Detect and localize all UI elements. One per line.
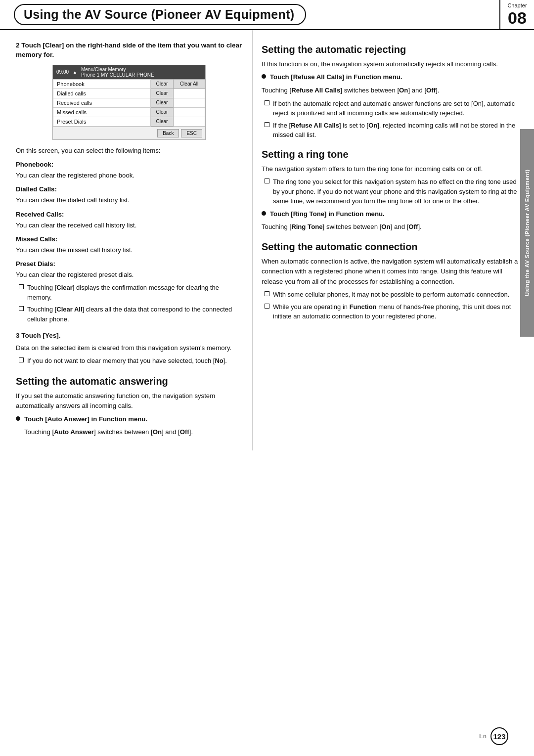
ss-clear-btn[interactable]: Clear	[151, 89, 174, 98]
left-column: 2 Touch [Clear] on the right-hand side o…	[0, 30, 252, 450]
step2-heading: 2 Touch [Clear] on the right-hand side o…	[16, 41, 242, 60]
ss-topbar: 09:00 ▲ Menu/Clear Memory Phone 1 MY CEL…	[53, 65, 205, 79]
chapter-label: Chapter	[507, 2, 527, 8]
ss-row-dialled: Dialled calls Clear	[53, 89, 205, 98]
ss-cell-label: Missed calls	[53, 107, 151, 117]
auto-answer-fn-text: Touching [Auto Answer] switches between …	[16, 427, 242, 437]
ss-cell-label: Phonebook	[53, 79, 151, 89]
ss-time: 09:00	[56, 69, 69, 75]
bullet-text-clear: Touching [Clear] displays the confirmati…	[27, 283, 242, 302]
side-tab: Using the AV Source (Pioneer AV Equipmen…	[520, 129, 534, 337]
page-title-area: Using the AV Source (Pioneer AV Equipmen…	[0, 0, 500, 29]
step3-heading: 3 Touch [Yes].	[16, 331, 242, 341]
auto-reject-intro: If this function is on, the navigation s…	[262, 59, 524, 69]
auto-conn-bullet-text-1: With some cellular phones, it may not be…	[273, 290, 524, 300]
page-title: Using the AV Source (Pioneer AV Equipmen…	[14, 4, 306, 25]
auto-answer-fn-heading: Touch [Auto Answer] in Function menu.	[24, 414, 147, 424]
ss-clear-btn[interactable]: Clear	[151, 107, 174, 117]
bullet-square-icon	[19, 357, 24, 362]
step3-text: Data on the selected item is cleared fro…	[16, 343, 242, 353]
bullet-square-icon	[19, 284, 24, 289]
phonebook-text: You can clear the registered phone book.	[16, 171, 242, 180]
circle-dot-icon	[262, 211, 266, 216]
ss-row-phonebook: Phonebook Clear Clear All	[53, 79, 205, 89]
bullet-square-icon	[265, 100, 269, 105]
auto-answering-intro: If you set the automatic answering funct…	[16, 391, 242, 411]
ss-empty-cell	[174, 89, 205, 98]
received-text: You can clear the received call history …	[16, 221, 242, 230]
auto-conn-bullet-2: While you are operating in Function menu…	[262, 302, 524, 321]
circle-dot-icon	[16, 416, 20, 421]
auto-connection-intro: When automatic connection is active, the…	[262, 257, 524, 287]
screenshot-box: 09:00 ▲ Menu/Clear Memory Phone 1 MY CEL…	[52, 65, 206, 140]
auto-answer-circle-bullet: Touch [Auto Answer] in Function menu.	[16, 414, 242, 424]
ring-tone-circle-bullet: Touch [Ring Tone] in Function menu.	[262, 209, 524, 219]
refuse-circle-bullet: Touch [Refuse All Calls] in Function men…	[262, 72, 524, 82]
page-number: 123	[490, 727, 508, 745]
ss-clear-btn[interactable]: Clear	[151, 79, 174, 89]
ss-table: Phonebook Clear Clear All Dialled calls …	[53, 79, 205, 127]
ss-empty-cell	[174, 98, 205, 107]
ring-tone-intro: The navigation system offers to turn the…	[262, 164, 524, 174]
main-content: 2 Touch [Clear] on the right-hand side o…	[0, 30, 534, 450]
ss-clear-btn[interactable]: Clear	[151, 117, 174, 126]
ss-clear-all-btn[interactable]: Clear All	[174, 79, 205, 89]
chapter-number: 08	[508, 9, 527, 26]
bullet-item-clear: Touching [Clear] displays the confirmati…	[16, 283, 242, 302]
ring-tone-heading: Setting a ring tone	[262, 149, 524, 160]
ring-tone-fn-text: Touching [Ring Tone] switches between [O…	[262, 222, 524, 232]
auto-conn-bullet-1: With some cellular phones, it may not be…	[262, 290, 524, 300]
dialled-heading: Dialled Calls:	[16, 184, 242, 194]
preset-heading: Preset Dials:	[16, 259, 242, 269]
ss-empty-cell	[174, 117, 205, 126]
ss-cell-label: Preset Dials	[53, 117, 151, 126]
auto-connection-heading: Setting the automatic connection	[262, 241, 524, 253]
bullet-square-icon	[265, 122, 269, 127]
chapter-box: Chapter 08	[500, 0, 534, 29]
right-column: Setting the automatic rejecting If this …	[252, 30, 534, 450]
bullet-square-icon	[265, 178, 269, 183]
bullet-square-icon	[19, 306, 24, 311]
refuse-fn-heading: Touch [Refuse All Calls] in Function men…	[270, 72, 402, 82]
bullet-item-clear-all: Touching [Clear All] clears all the data…	[16, 305, 242, 324]
refuse-bullet-text-2: If the [Refuse All Calls] is set to [On]…	[273, 121, 524, 140]
ring-tone-bullet-1: The ring tone you select for this naviga…	[262, 177, 524, 206]
preset-text: You can clear the registered preset dial…	[16, 270, 242, 280]
ss-title: Menu/Clear Memory Phone 1 MY CELLULAR PH…	[81, 67, 154, 78]
missed-heading: Missed Calls:	[16, 234, 242, 244]
bullet-square-icon	[265, 304, 269, 309]
ss-row-preset: Preset Dials Clear	[53, 117, 205, 126]
auto-reject-heading: Setting the automatic rejecting	[262, 44, 524, 55]
ss-row-received: Received calls Clear	[53, 98, 205, 107]
ring-tone-fn-heading: Touch [Ring Tone] in Function menu.	[270, 209, 385, 219]
ss-cell-label: Received calls	[53, 98, 151, 107]
missed-text: You can clear the missed call history li…	[16, 245, 242, 255]
circle-dot-icon	[262, 74, 266, 79]
auto-conn-bullet-text-2: While you are operating in Function menu…	[273, 302, 524, 321]
intro-text: On this screen, you can select the follo…	[16, 146, 242, 156]
refuse-bullet-1: If both the automatic reject and automat…	[262, 99, 524, 118]
bullet-text-clear-all: Touching [Clear All] clears all the data…	[27, 305, 242, 324]
auto-answering-heading: Setting the automatic answering	[16, 376, 242, 387]
ss-cell-label: Dialled calls	[53, 89, 151, 98]
bullet-text-no: If you do not want to clear memory that …	[27, 356, 242, 366]
ss-footer: Back ESC	[53, 127, 205, 139]
refuse-fn-text: Touching [Refuse All Calls] switches bet…	[262, 86, 524, 95]
page-header: Using the AV Source (Pioneer AV Equipmen…	[0, 0, 534, 30]
refuse-bullet-text-1: If both the automatic reject and automat…	[273, 99, 524, 118]
dialled-text: You can clear the dialed call history li…	[16, 195, 242, 205]
ss-back-btn[interactable]: Back	[157, 129, 179, 137]
refuse-bullet-2: If the [Refuse All Calls] is set to [On]…	[262, 121, 524, 140]
ss-esc-btn[interactable]: ESC	[181, 129, 202, 137]
phonebook-heading: Phonebook:	[16, 160, 242, 170]
bullet-square-icon	[265, 291, 269, 296]
en-label: En	[479, 733, 487, 740]
ss-empty-cell	[174, 107, 205, 117]
received-heading: Received Calls:	[16, 210, 242, 220]
ring-tone-bullet-text-1: The ring tone you select for this naviga…	[273, 177, 524, 206]
page-footer: En 123	[479, 727, 508, 745]
ss-row-missed: Missed calls Clear	[53, 107, 205, 117]
ss-clear-btn[interactable]: Clear	[151, 98, 174, 107]
bullet-item-no: If you do not want to clear memory that …	[16, 356, 242, 366]
